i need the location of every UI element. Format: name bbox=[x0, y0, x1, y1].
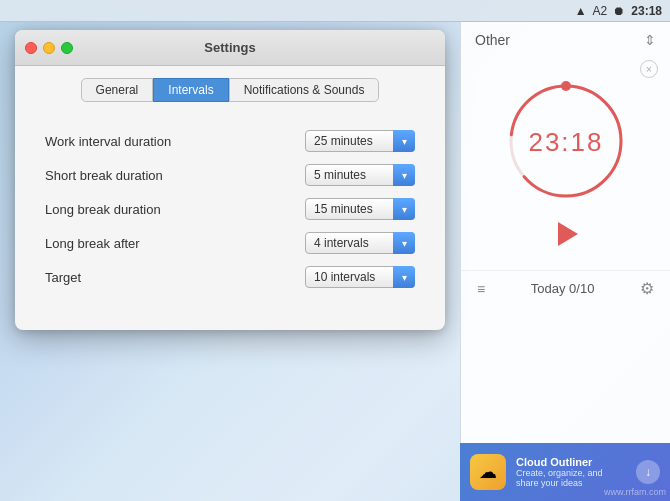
today-bar: ≡ Today 0/10 ⚙ bbox=[461, 270, 670, 306]
short-break-select[interactable]: 5 minutes 3 minutes 10 minutes bbox=[305, 164, 415, 186]
ad-app-icon: ☁ bbox=[470, 454, 506, 490]
tab-notifications[interactable]: Notifications & Sounds bbox=[229, 78, 380, 102]
triangle-icon: ▲ bbox=[575, 4, 587, 18]
play-button[interactable] bbox=[548, 216, 584, 252]
ad-text-block: Cloud Outliner Create, organize, and sha… bbox=[516, 456, 626, 488]
close-icon: × bbox=[646, 64, 652, 75]
tab-intervals[interactable]: Intervals bbox=[153, 78, 228, 102]
window-titlebar: Settings bbox=[15, 30, 445, 66]
short-break-select-wrap: 5 minutes 3 minutes 10 minutes ▾ bbox=[305, 164, 415, 186]
setting-row-long-break: Long break duration 15 minutes 10 minute… bbox=[45, 198, 415, 220]
play-icon bbox=[558, 222, 578, 246]
menubar-right: ▲ A2 ⏺ 23:18 bbox=[575, 4, 662, 18]
work-interval-select[interactable]: 25 minutes 20 minutes 30 minutes 45 minu… bbox=[305, 130, 415, 152]
work-interval-label: Work interval duration bbox=[45, 134, 305, 149]
menubar: ▲ A2 ⏺ 23:18 bbox=[0, 0, 670, 22]
setting-row-long-break-after: Long break after 4 intervals 2 intervals… bbox=[45, 232, 415, 254]
play-wrap bbox=[461, 216, 670, 252]
long-break-label: Long break duration bbox=[45, 202, 305, 217]
long-break-select-wrap: 15 minutes 10 minutes 20 minutes ▾ bbox=[305, 198, 415, 220]
target-label: Target bbox=[45, 270, 305, 285]
long-break-after-select-wrap: 4 intervals 2 intervals 3 intervals 5 in… bbox=[305, 232, 415, 254]
settings-window: Settings General Intervals Notifications… bbox=[15, 30, 445, 330]
adobe-icon: A2 bbox=[593, 4, 608, 18]
timer-circle-svg: 23:18 bbox=[501, 76, 631, 206]
ad-title: Cloud Outliner bbox=[516, 456, 626, 468]
target-select-wrap: 10 intervals 5 intervals 8 intervals 12 … bbox=[305, 266, 415, 288]
timer-header: Other ⇕ bbox=[461, 22, 670, 56]
tab-general[interactable]: General bbox=[81, 78, 154, 102]
short-break-label: Short break duration bbox=[45, 168, 305, 183]
setting-row-short-break: Short break duration 5 minutes 3 minutes… bbox=[45, 164, 415, 186]
ad-subtitle: Create, organize, and share your ideas bbox=[516, 468, 626, 488]
watermark: www.rrfam.com bbox=[604, 487, 666, 497]
work-interval-select-wrap: 25 minutes 20 minutes 30 minutes 45 minu… bbox=[305, 130, 415, 152]
timer-panel: Other ⇕ × 23:18 ≡ Today 0/10 ⚙ ☁ bbox=[460, 22, 670, 501]
setting-row-work: Work interval duration 25 minutes 20 min… bbox=[45, 130, 415, 152]
timer-close-button[interactable]: × bbox=[640, 60, 658, 78]
timer-circle-wrap: 23:18 bbox=[461, 56, 670, 216]
tabs-bar: General Intervals Notifications & Sounds bbox=[15, 66, 445, 110]
long-break-select[interactable]: 15 minutes 10 minutes 20 minutes bbox=[305, 198, 415, 220]
menubar-time: 23:18 bbox=[631, 4, 662, 18]
long-break-after-label: Long break after bbox=[45, 236, 305, 251]
record-icon: ⏺ bbox=[613, 4, 625, 18]
target-select[interactable]: 10 intervals 5 intervals 8 intervals 12 … bbox=[305, 266, 415, 288]
download-icon: ↓ bbox=[645, 465, 651, 479]
maximize-button[interactable] bbox=[61, 42, 73, 54]
gear-icon[interactable]: ⚙ bbox=[640, 279, 654, 298]
setting-row-target: Target 10 intervals 5 intervals 8 interv… bbox=[45, 266, 415, 288]
cloud-icon: ☁ bbox=[479, 461, 497, 483]
long-break-after-select[interactable]: 4 intervals 2 intervals 3 intervals 5 in… bbox=[305, 232, 415, 254]
settings-content: Work interval duration 25 minutes 20 min… bbox=[15, 110, 445, 330]
list-icon[interactable]: ≡ bbox=[477, 281, 485, 297]
today-text: Today 0/10 bbox=[531, 281, 595, 296]
window-title: Settings bbox=[204, 40, 255, 55]
window-controls bbox=[25, 42, 73, 54]
ad-download-button[interactable]: ↓ bbox=[636, 460, 660, 484]
svg-point-2 bbox=[561, 81, 571, 91]
other-label: Other bbox=[475, 32, 510, 48]
svg-text:23:18: 23:18 bbox=[528, 127, 603, 157]
close-button[interactable] bbox=[25, 42, 37, 54]
minimize-button[interactable] bbox=[43, 42, 55, 54]
panel-arrow-icon[interactable]: ⇕ bbox=[644, 32, 656, 48]
